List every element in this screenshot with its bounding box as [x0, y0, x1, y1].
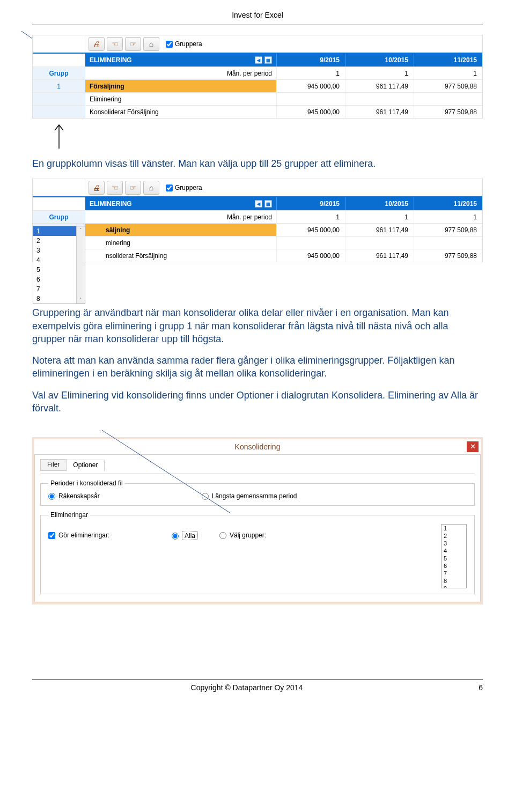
cell: 1: [414, 211, 482, 223]
period-2: 10/2015: [345, 54, 414, 67]
cell: [276, 237, 345, 249]
cell: 977 509,88: [414, 106, 482, 118]
eliminering-row-label: minering: [106, 239, 130, 247]
cell: 945 000,00: [276, 106, 345, 118]
konsolid-label: Konsoliderat Försäljning: [90, 108, 159, 116]
printer-icon[interactable]: 🖨: [89, 181, 105, 195]
chevron-down-icon[interactable]: ˅: [77, 296, 85, 304]
hand-left-icon[interactable]: ☜: [107, 181, 123, 195]
radio-alla-text: Alla: [182, 532, 198, 540]
cell: 945 000,00: [276, 80, 345, 92]
home-icon[interactable]: ⌂: [143, 181, 159, 195]
nav-left-icon[interactable]: ◀: [255, 200, 262, 208]
page-footer: Copyright © Datapartner Oy 2014 6: [32, 680, 483, 692]
hand-right-icon[interactable]: ☞: [125, 181, 141, 195]
period-3: 11/2015: [414, 197, 482, 210]
period-label: Mån. per period: [227, 70, 272, 77]
body-paragraph-2: Gruppering är användbart när man konsoli…: [32, 306, 483, 345]
cell: [414, 237, 482, 249]
group-checkbox-input[interactable]: [166, 41, 173, 48]
radio-valj-text: Välj grupper:: [230, 532, 266, 539]
eliminering-row-label: Eliminering: [90, 95, 121, 103]
konsolid-label: nsoliderat Försäljning: [106, 252, 167, 260]
cell: [276, 93, 345, 105]
cell: 961 117,49: [345, 249, 414, 262]
list-item[interactable]: 2: [442, 532, 466, 540]
elim-label: ELIMINERING: [90, 200, 132, 208]
radio-valj-grupper[interactable]: Välj grupper:: [219, 532, 266, 539]
cell: 1: [345, 67, 414, 79]
cell: 977 509,88: [414, 249, 482, 262]
group-checkbox-label: Gruppera: [175, 184, 202, 191]
cell: [345, 93, 414, 105]
list-item[interactable]: 3: [442, 540, 466, 547]
cell: 961 117,49: [345, 224, 414, 236]
cell: 961 117,49: [345, 80, 414, 92]
properties-icon[interactable]: ▦: [264, 56, 272, 64]
cell: 945 000,00: [276, 249, 345, 262]
elim-label: ELIMINERING: [90, 56, 132, 64]
hand-left-icon[interactable]: ☜: [107, 37, 123, 51]
cell: 961 117,49: [345, 106, 414, 118]
spreadsheet-block-1: 🖨 ☜ ☞ ⌂ Gruppera ELIMINERING ◀ ▦ 9/2015 …: [32, 35, 483, 119]
printer-icon[interactable]: 🖨: [89, 37, 105, 51]
period-1: 9/2015: [276, 197, 345, 210]
properties-icon[interactable]: ▦: [264, 200, 272, 208]
group-checkbox-label: Gruppera: [175, 40, 202, 48]
spreadsheet-block-2: 🖨 ☜ ☞ ⌂ Gruppera ELIMINERING ◀ ▦ 9/2015 …: [32, 179, 483, 262]
list-item[interactable]: 4: [442, 547, 466, 555]
period-1: 9/2015: [276, 54, 345, 67]
period-label: Mån. per period: [227, 213, 272, 221]
group-checkbox-input[interactable]: [166, 184, 173, 191]
nav-left-icon[interactable]: ◀: [255, 56, 262, 64]
checkbox-gor-elimineringar[interactable]: Gör elimineringar:: [48, 532, 172, 539]
chevron-up-icon[interactable]: ˄: [77, 226, 85, 234]
list-item[interactable]: 1: [442, 525, 466, 532]
checkbox-gor-elim-input[interactable]: [48, 532, 55, 539]
list-item[interactable]: 9: [442, 585, 466, 588]
list-item[interactable]: 5: [442, 555, 466, 562]
cell: [414, 93, 482, 105]
grupp-header: Grupp: [33, 67, 85, 79]
body-paragraph-3: Notera att man kan använda samma rader f…: [32, 354, 483, 380]
header-rule: [32, 25, 483, 25]
svg-line-2: [102, 430, 231, 513]
hand-right-icon[interactable]: ☞: [125, 37, 141, 51]
period-3: 11/2015: [414, 54, 482, 67]
cell: 1: [276, 211, 345, 223]
radio-alla[interactable]: Alla: [172, 532, 198, 540]
list-item[interactable]: 6: [442, 562, 466, 570]
group-checkbox[interactable]: Gruppera: [166, 40, 202, 48]
body-paragraph-4: Val av Eliminering vid konsolidering fin…: [32, 389, 483, 415]
radio-valj-input[interactable]: [219, 532, 226, 539]
cell: 1: [414, 67, 482, 79]
cell: 1: [345, 211, 414, 223]
cell: 1: [276, 67, 345, 79]
group-listbox[interactable]: 1 2 3 4 5 6 7 8 9: [441, 524, 467, 588]
fieldset-elimineringar: Elimineringar Gör elimineringar: Alla Vä…: [40, 511, 475, 594]
page-header: Invest for Excel: [32, 11, 483, 19]
period-2: 10/2015: [345, 197, 414, 210]
footer-copyright: Copyright © Datapartner Oy 2014: [32, 683, 461, 692]
forsaljning-label: Försäljning: [90, 83, 124, 90]
group-number[interactable]: 1: [33, 80, 85, 92]
dropdown-scrollbar[interactable]: ˄ ˅: [76, 226, 85, 304]
group-dropdown-list[interactable]: 1 2 3 4 5 6 7 8 ˄ ˅: [33, 226, 85, 304]
cell: 977 509,88: [414, 224, 482, 236]
radio-alla-input[interactable]: [172, 533, 179, 540]
grupp-header: Grupp: [33, 211, 85, 223]
group-checkbox[interactable]: Gruppera: [166, 184, 202, 191]
list-item[interactable]: 8: [442, 577, 466, 585]
cell: 945 000,00: [276, 224, 345, 236]
cell: [345, 237, 414, 249]
pointer-line-bottom: [32, 430, 247, 516]
arrow-up-icon: [48, 123, 70, 150]
footer-page-number: 6: [461, 683, 483, 692]
body-paragraph-1: En gruppkolumn visas till vänster. Man k…: [32, 157, 483, 170]
home-icon[interactable]: ⌂: [143, 37, 159, 51]
list-item[interactable]: 7: [442, 570, 466, 577]
forsaljning-label: säljning: [106, 226, 130, 234]
checkbox-label-text: Gör elimineringar:: [58, 532, 109, 539]
close-icon[interactable]: ✕: [467, 441, 479, 452]
cell: 977 509,88: [414, 80, 482, 92]
